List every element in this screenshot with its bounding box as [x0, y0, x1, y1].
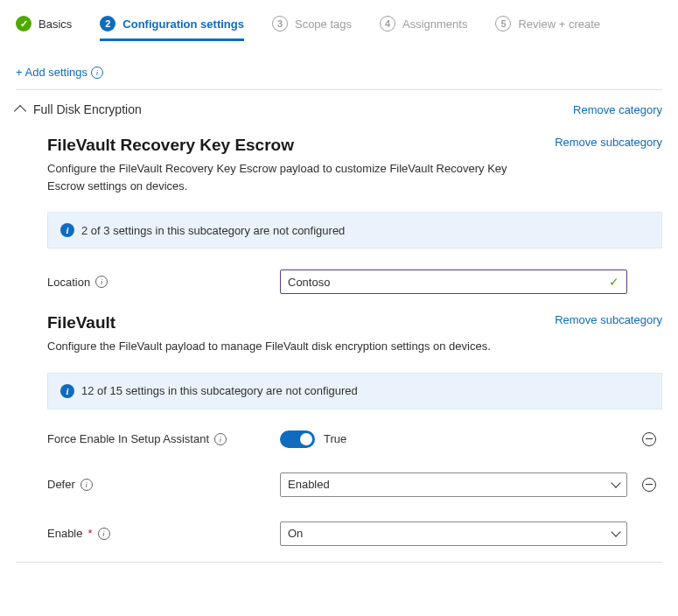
step-label: Assignments: [402, 18, 467, 31]
category-header: Full Disk Encryption Remove category: [16, 90, 662, 129]
step-scope-tags[interactable]: 3 Scope tags: [272, 16, 352, 41]
setting-force-enable: Force Enable In Setup Assistant i True: [47, 425, 662, 453]
toggle-knob: [300, 433, 312, 445]
setting-label-text: Defer: [47, 478, 75, 491]
step-label: Basics: [38, 18, 72, 31]
subcategory-filevault-recovery-key-escrow: FileVault Recovery Key Escrow Remove sub…: [16, 136, 662, 299]
divider: [16, 562, 662, 563]
subcategory-filevault: FileVault Remove subcategory Configure t…: [16, 313, 662, 551]
input-value: Contoso: [288, 276, 330, 289]
info-icon[interactable]: i: [98, 528, 110, 540]
step-review-create[interactable]: 5 Review + create: [495, 16, 600, 41]
category-title: Full Disk Encryption: [33, 102, 142, 116]
select-value: On: [288, 527, 303, 540]
remove-subcategory-link[interactable]: Remove subcategory: [555, 313, 662, 326]
subcategory-description: Configure the FileVault payload to manag…: [47, 338, 537, 355]
info-icon[interactable]: i: [214, 433, 227, 445]
defer-select[interactable]: Enabled: [280, 472, 627, 497]
add-settings-label: + Add settings: [16, 66, 87, 79]
remove-subcategory-link[interactable]: Remove subcategory: [555, 136, 662, 149]
remove-setting-icon[interactable]: [642, 432, 656, 446]
setting-label-text: Enable: [47, 527, 82, 540]
setting-enable: Enable * i On: [47, 516, 662, 551]
step-number-badge: 2: [100, 16, 115, 32]
info-banner: i 2 of 3 settings in this subcategory ar…: [47, 212, 662, 248]
info-icon: i: [60, 223, 74, 237]
select-value: Enabled: [288, 478, 330, 491]
step-basics[interactable]: ✓ Basics: [16, 16, 72, 41]
step-configuration-settings[interactable]: 2 Configuration settings: [100, 16, 244, 41]
info-banner-text: 2 of 3 settings in this subcategory are …: [81, 224, 345, 237]
toggle-value-text: True: [324, 432, 346, 445]
step-number-badge: 4: [380, 16, 395, 32]
step-label: Configuration settings: [122, 18, 244, 31]
subcategory-title: FileVault: [47, 313, 115, 332]
step-number-badge: 5: [495, 16, 511, 32]
info-banner-text: 12 of 15 settings in this subcategory ar…: [81, 384, 358, 397]
setting-location: Location i Contoso ✓: [47, 264, 662, 299]
checkmark-icon: ✓: [609, 275, 619, 289]
required-asterisk: *: [87, 527, 92, 540]
force-enable-toggle[interactable]: [280, 430, 315, 448]
subcategory-description: Configure the FileVault Recovery Key Esc…: [47, 160, 537, 194]
chevron-down-icon: [611, 527, 620, 536]
chevron-down-icon: [611, 478, 620, 487]
wizard-steps: ✓ Basics 2 Configuration settings 3 Scop…: [16, 12, 662, 50]
info-icon[interactable]: i: [95, 276, 108, 288]
step-label: Review + create: [518, 18, 600, 31]
expand-toggle[interactable]: Full Disk Encryption: [16, 102, 142, 116]
location-input[interactable]: Contoso ✓: [280, 270, 627, 294]
info-icon[interactable]: i: [91, 66, 103, 79]
remove-category-link[interactable]: Remove category: [573, 103, 662, 116]
subcategory-title: FileVault Recovery Key Escrow: [47, 136, 294, 155]
setting-label-text: Location: [47, 276, 90, 289]
setting-defer: Defer i Enabled: [47, 467, 662, 502]
info-icon: i: [60, 384, 74, 398]
setting-label-text: Force Enable In Setup Assistant: [47, 432, 209, 445]
remove-setting-icon[interactable]: [642, 478, 656, 492]
info-icon[interactable]: i: [80, 479, 93, 491]
info-banner: i 12 of 15 settings in this subcategory …: [47, 373, 662, 410]
step-label: Scope tags: [295, 18, 352, 31]
checkmark-icon: ✓: [16, 16, 31, 32]
chevron-up-icon: [14, 105, 26, 117]
step-number-badge: 3: [272, 16, 288, 32]
add-settings-link[interactable]: + Add settings i: [16, 66, 103, 79]
enable-select[interactable]: On: [280, 522, 627, 546]
step-assignments[interactable]: 4 Assignments: [380, 16, 467, 41]
